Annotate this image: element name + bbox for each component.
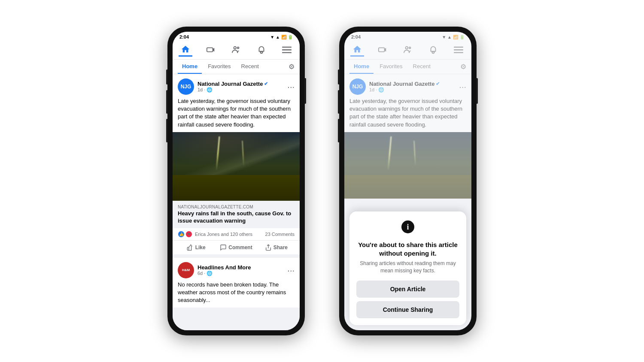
status-icons-left: ▼ ▲ 📶 🔋 — [270, 35, 293, 39]
svg-rect-12 — [454, 49, 463, 50]
feed-left: NJG National Journal Gazette ✔ 1d · 🌐 ··… — [173, 74, 300, 330]
tab-favorites-left[interactable]: Favorites — [204, 60, 235, 74]
phone-left: 2:04 ▼ ▲ 📶 🔋 — [167, 27, 305, 335]
post-header-1-right: NJG National Journal Gazette ✔ 1d · 🌐 ··… — [344, 74, 471, 97]
avatar-2-left: H&M — [178, 262, 194, 278]
post-card-1-left: NJG National Journal Gazette ✔ 1d · 🌐 ··… — [173, 74, 300, 254]
svg-rect-6 — [282, 52, 292, 53]
link-title-1-left: Heavy rains fall in the south, cause Gov… — [178, 210, 295, 225]
status-icons-right: ▼ ▲ 📶 🔋 — [442, 35, 465, 39]
modal-title: You're about to share this article witho… — [356, 241, 459, 257]
svg-rect-11 — [454, 47, 463, 48]
post-text-1-left: Late yesterday, the governor issued volu… — [173, 97, 300, 132]
share-modal: i You're about to share this article wit… — [349, 211, 466, 325]
svg-rect-13 — [454, 52, 463, 53]
reactions-row-1-left: 👍 ❤ Erica Jones and 120 others 23 Commen… — [173, 228, 300, 240]
svg-text:i: i — [407, 223, 409, 231]
nav-bell-left[interactable] — [255, 43, 268, 57]
link-preview-1-left: NATIONALJOURNALGAZETTE.COM Heavy rains f… — [173, 201, 300, 228]
nav-groups-left[interactable] — [229, 43, 243, 57]
post-header-2-left: H&M Headlines And More 6d · 🌐 ··· — [173, 258, 300, 281]
tab-home-right: Home — [349, 60, 374, 74]
tab-bar-left: Home Favorites Recent ⚙ — [173, 60, 300, 74]
svg-rect-7 — [379, 48, 385, 51]
post-text-2-left: No records have been broken today. The w… — [173, 281, 300, 308]
verified-badge-1-left: ✔ — [264, 81, 268, 87]
post-author-1-right: National Journal Gazette ✔ — [369, 81, 456, 87]
link-source-1-left: NATIONALJOURNALGAZETTE.COM — [178, 205, 295, 209]
svg-point-2 — [234, 47, 237, 49]
tab-home-left[interactable]: Home — [178, 60, 202, 74]
reaction-emojis-1-left: 👍 ❤ Erica Jones and 120 others — [178, 231, 252, 238]
svg-point-9 — [406, 47, 408, 49]
phone-right-dimmed: 2:04 ▼ ▲ 📶 🔋 — [344, 32, 471, 199]
status-time-left: 2:04 — [179, 34, 189, 39]
post-meta-1-right: National Journal Gazette ✔ 1d · 🌐 — [369, 81, 456, 93]
heart-emoji-left: ❤ — [185, 231, 192, 238]
more-btn-1-right: ··· — [459, 82, 466, 91]
modal-info-icon: i — [356, 220, 459, 236]
post-author-1-left: National Journal Gazette ✔ — [197, 81, 284, 87]
svg-rect-0 — [207, 48, 213, 51]
post-card-2-left: H&M Headlines And More 6d · 🌐 ··· No rec… — [173, 258, 300, 308]
verified-badge-1-right: ✔ — [436, 81, 440, 87]
avatar-1-left: NJG — [178, 78, 194, 95]
post-time-2-left: 6d · 🌐 — [197, 271, 284, 276]
tab-recent-right: Recent — [409, 60, 435, 74]
action-bar-1-left: Like Comment Share — [173, 240, 300, 254]
post-image-1-right — [344, 132, 471, 199]
tab-filter-left[interactable]: ⚙ — [289, 63, 295, 71]
post-time-1-right: 1d · 🌐 — [369, 87, 456, 93]
tab-bar-right: Home Favorites Recent ⚙ — [344, 60, 471, 74]
post-header-1-left: NJG National Journal Gazette ✔ 1d · 🌐 ··… — [173, 74, 300, 97]
nav-home-left[interactable] — [179, 43, 192, 57]
post-card-1-right: NJG National Journal Gazette ✔ 1d · 🌐 ··… — [344, 74, 471, 199]
phone-right: 2:04 ▼ ▲ 📶 🔋 — [339, 27, 477, 335]
tab-filter-right: ⚙ — [460, 63, 466, 71]
nav-menu-right — [452, 43, 465, 57]
nav-bell-right — [426, 43, 440, 57]
reactions-text-left: Erica Jones and 120 others — [195, 232, 252, 237]
comments-count-left: 23 Comments — [265, 232, 295, 237]
top-nav-right — [344, 40, 471, 60]
status-time-right: 2:04 — [351, 34, 361, 39]
post-meta-2-left: Headlines And More 6d · 🌐 — [197, 264, 284, 276]
post-meta-1-left: National Journal Gazette ✔ 1d · 🌐 — [197, 81, 284, 93]
top-nav-left — [173, 40, 300, 60]
post-text-1-right: Late yesterday, the governor issued volu… — [344, 97, 471, 132]
post-author-2-left: Headlines And More — [197, 264, 284, 271]
svg-point-3 — [237, 47, 239, 49]
like-emoji-left: 👍 — [178, 231, 185, 238]
tab-favorites-right: Favorites — [375, 60, 407, 74]
tab-recent-left[interactable]: Recent — [237, 60, 263, 74]
modal-subtitle: Sharing articles without reading them ma… — [356, 260, 459, 275]
comment-btn-left[interactable]: Comment — [216, 241, 256, 253]
more-btn-1-left[interactable]: ··· — [287, 82, 295, 91]
continue-sharing-button[interactable]: Continue Sharing — [356, 301, 459, 318]
post-time-1-left: 1d · 🌐 — [197, 87, 284, 93]
share-btn-left[interactable]: Share — [256, 241, 296, 253]
avatar-1-right: NJG — [349, 78, 366, 95]
more-btn-2-left[interactable]: ··· — [287, 266, 295, 275]
nav-video-right — [376, 43, 389, 57]
status-bar-left: 2:04 ▼ ▲ 📶 🔋 — [173, 32, 300, 40]
like-btn-left[interactable]: Like — [176, 241, 216, 253]
open-article-button[interactable]: Open Article — [356, 281, 459, 298]
svg-point-10 — [409, 47, 411, 49]
svg-rect-5 — [282, 49, 292, 50]
nav-video-left[interactable] — [204, 43, 218, 57]
svg-rect-4 — [282, 47, 292, 48]
nav-groups-right — [401, 43, 415, 57]
status-bar-right: 2:04 ▼ ▲ 📶 🔋 — [344, 32, 471, 40]
post-image-1-left — [173, 132, 300, 201]
nav-home-right — [350, 43, 364, 57]
nav-menu-left[interactable] — [280, 43, 294, 57]
